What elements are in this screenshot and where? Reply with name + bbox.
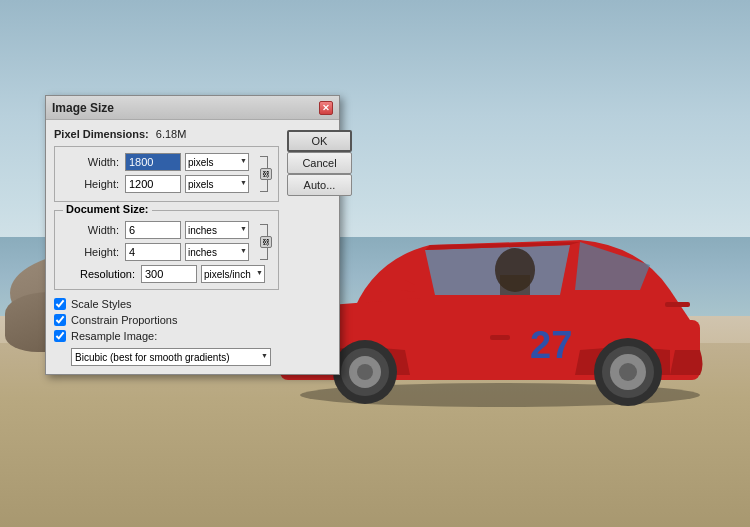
resolution-input[interactable] [141, 265, 197, 283]
dialog-title: Image Size [52, 101, 114, 115]
resample-image-row: Resample Image: [54, 330, 279, 342]
pixel-width-input[interactable] [125, 153, 181, 171]
doc-height-row: Height: inches cm mm points picas [63, 243, 249, 261]
doc-height-unit-wrapper: inches cm mm points picas percent [181, 243, 249, 261]
constrain-proportions-row: Constrain Proportions [54, 314, 279, 326]
chain-icon: ⛓ [260, 168, 272, 180]
svg-rect-15 [500, 275, 530, 295]
dialog-left-col: Pixel Dimensions: 6.18M Width: [54, 128, 279, 366]
auto-button[interactable]: Auto... [287, 174, 352, 196]
pixel-height-input[interactable] [125, 175, 181, 193]
doc-chain-icon: ⛓ [260, 236, 272, 248]
doc-link-bracket: ⛓ [252, 221, 270, 263]
pixel-dimensions-header: Pixel Dimensions: 6.18M [54, 128, 279, 140]
pixel-dimensions-group: Width: pixels percent [54, 146, 279, 202]
document-size-label: Document Size: [63, 203, 152, 215]
doc-width-input[interactable] [125, 221, 181, 239]
document-size-group: Document Size: Width: inches cm [54, 210, 279, 290]
pixel-height-unit-select[interactable]: pixels percent [185, 175, 249, 193]
pixel-fields: Width: pixels percent [63, 153, 249, 193]
doc-width-unit-wrapper: inches cm mm points picas percent [181, 221, 249, 239]
cancel-button[interactable]: Cancel [287, 152, 352, 174]
scale-styles-checkbox[interactable] [54, 298, 66, 310]
resolution-row: Resolution: pixels/inch pixels/cm [63, 265, 270, 283]
pixel-width-unit-select[interactable]: pixels percent [185, 153, 249, 171]
svg-point-10 [619, 363, 637, 381]
resample-image-checkbox[interactable] [54, 330, 66, 342]
dialog-buttons-col: OK Cancel Auto... [287, 128, 352, 366]
image-size-dialog: Image Size ✕ Pixel Dimensions: 6.18M W [45, 95, 340, 375]
pixel-height-unit-wrapper: pixels percent [181, 175, 249, 193]
svg-rect-12 [490, 335, 510, 340]
resample-method-select[interactable]: Bicubic (best for smooth gradients) Bicu… [71, 348, 271, 366]
doc-fields: Width: inches cm mm points picas [63, 221, 249, 261]
resample-method-wrapper: Bicubic (best for smooth gradients) Bicu… [71, 348, 271, 366]
scale-styles-label: Scale Styles [71, 298, 132, 310]
pixel-fields-with-link: Width: pixels percent [63, 153, 270, 195]
doc-width-label: Width: [63, 224, 125, 236]
pixel-dimensions-section: Pixel Dimensions: 6.18M Width: [54, 128, 279, 202]
pixel-height-row: Height: pixels percent [63, 175, 249, 193]
dialog-body: Pixel Dimensions: 6.18M Width: [46, 120, 339, 374]
doc-height-input[interactable] [125, 243, 181, 261]
scale-styles-row: Scale Styles [54, 298, 279, 310]
constrain-proportions-checkbox[interactable] [54, 314, 66, 326]
ok-button[interactable]: OK [287, 130, 352, 152]
svg-rect-13 [665, 302, 690, 307]
doc-width-row: Width: inches cm mm points picas [63, 221, 249, 239]
pixel-width-unit-wrapper: pixels percent [181, 153, 249, 171]
dialog-title-bar: Image Size ✕ [46, 96, 339, 120]
resolution-unit-select[interactable]: pixels/inch pixels/cm [201, 265, 265, 283]
pixel-link-bracket: ⛓ [252, 153, 270, 195]
dialog-main-layout: Pixel Dimensions: 6.18M Width: [54, 128, 331, 366]
resolution-unit-wrapper: pixels/inch pixels/cm [197, 265, 265, 283]
close-button[interactable]: ✕ [319, 101, 333, 115]
pixel-size-value: 6.18M [156, 128, 187, 140]
doc-height-label: Height: [63, 246, 125, 258]
pixel-width-label: Width: [63, 156, 125, 168]
pixel-height-label: Height: [63, 178, 125, 190]
doc-width-unit-select[interactable]: inches cm mm points picas percent [185, 221, 249, 239]
doc-height-unit-select[interactable]: inches cm mm points picas percent [185, 243, 249, 261]
svg-point-6 [357, 364, 373, 380]
constrain-proportions-label: Constrain Proportions [71, 314, 177, 326]
pixel-width-row: Width: pixels percent [63, 153, 249, 171]
checkboxes-section: Scale Styles Constrain Proportions Resam… [54, 298, 279, 366]
resolution-label: Resolution: [63, 268, 141, 280]
svg-text:27: 27 [530, 324, 572, 366]
resample-image-label: Resample Image: [71, 330, 157, 342]
doc-fields-with-link: Width: inches cm mm points picas [63, 221, 270, 263]
